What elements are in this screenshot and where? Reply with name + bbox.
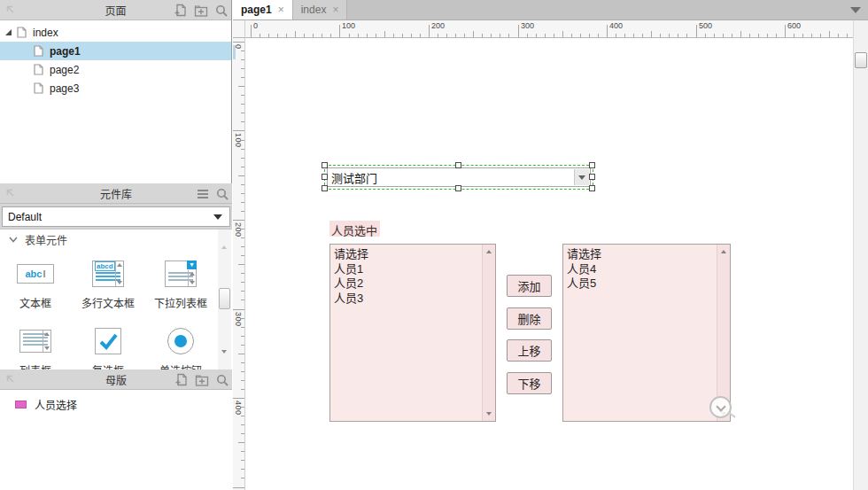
page-icon: [34, 64, 43, 75]
ruler-corner: [233, 20, 245, 38]
tab-overflow-icon[interactable]: [850, 7, 861, 13]
sidebar-item-page3[interactable]: page3: [0, 79, 231, 97]
droplist-icon: ▼: [145, 254, 216, 293]
pages-tree: indexpage1page2page3: [0, 20, 231, 183]
sidebar-item-index[interactable]: index: [0, 23, 231, 42]
list-option[interactable]: 请选择: [334, 247, 479, 262]
selection-handle[interactable]: [322, 174, 328, 180]
list-option[interactable]: 人员3: [334, 292, 479, 307]
ruler-label: 300: [234, 312, 243, 327]
checkbox-icon: [73, 322, 143, 361]
scroll-up-icon[interactable]: [221, 233, 227, 245]
search-icon[interactable]: [215, 4, 228, 17]
expand-icon[interactable]: [5, 29, 12, 35]
widget-droplist[interactable]: ▼下拉列表框: [145, 254, 216, 310]
scroll-up-icon[interactable]: [486, 250, 492, 253]
widget-panel-scrollbar[interactable]: [218, 229, 231, 369]
person-list-left[interactable]: 请选择人员1人员2人员3: [329, 244, 496, 422]
masters-list: 人员选择: [0, 395, 232, 413]
selection-handle[interactable]: [455, 162, 461, 168]
widget-checkbox[interactable]: 复选框: [73, 322, 143, 369]
scroll-down-icon[interactable]: [486, 412, 492, 416]
widget-label: 多行文本框: [73, 295, 143, 310]
widget-radio-button[interactable]: 单选按钮: [145, 322, 216, 369]
add-page-icon[interactable]: [174, 373, 188, 386]
ruler-label: 600: [787, 21, 801, 30]
list-option[interactable]: 请选择: [567, 247, 714, 262]
selection-handle[interactable]: [589, 185, 595, 191]
list-option[interactable]: 人员2: [334, 276, 479, 292]
list-items: 请选择人员1人员2人员3: [334, 247, 479, 306]
tab-label: index: [301, 4, 327, 16]
ruler-label: 100: [342, 21, 355, 30]
page-label: index: [33, 27, 58, 39]
sidebar-item-page1[interactable]: page1: [0, 42, 231, 60]
transfer-button-1[interactable]: 添加: [507, 275, 552, 297]
scroll-up-icon[interactable]: [721, 250, 726, 253]
master-label: 人员选择: [35, 397, 77, 412]
selection-box: 测试部门: [324, 165, 593, 190]
library-select[interactable]: Default: [2, 206, 230, 227]
widget-label: 复选框: [73, 362, 143, 369]
person-list-right[interactable]: 请选择人员4人员5: [562, 244, 731, 422]
widget-label: 列表框: [0, 362, 71, 369]
selection-handle[interactable]: [589, 174, 595, 180]
section-label: 表单元件: [25, 232, 67, 247]
transfer-button-2[interactable]: 删除: [507, 307, 552, 330]
search-icon[interactable]: [216, 188, 229, 200]
ruler-label: 300: [521, 21, 534, 30]
selection-handle[interactable]: [455, 185, 461, 191]
list-box-icon: [0, 322, 71, 361]
list-scrollbar[interactable]: [717, 245, 730, 421]
add-folder-icon[interactable]: [195, 374, 209, 386]
list-option[interactable]: 人员4: [567, 262, 714, 277]
search-icon[interactable]: [216, 374, 229, 386]
selection-handle[interactable]: [589, 162, 595, 168]
transfer-button-3[interactable]: 上移: [507, 339, 552, 362]
scroll-cursor-icon: [709, 396, 732, 418]
widget-text-area[interactable]: abcd多行文本框: [73, 254, 143, 310]
section-form-widgets[interactable]: 表单元件: [0, 229, 232, 249]
tab-bar: page1×index×: [233, 0, 868, 20]
ruler-label: 0: [234, 44, 243, 50]
ruler-label: 400: [609, 21, 623, 30]
widget-library-content: 表单元件 abcI文本框abcd多行文本框▼下拉列表框列表框复选框单选按钮: [0, 229, 232, 369]
master-item-人员选择[interactable]: 人员选择: [0, 395, 232, 413]
vertical-ruler: 0100200300400500: [233, 38, 245, 490]
design-canvas[interactable]: 测试部门 人员选中 请选择人员1人员2人员3 请选择人员4人员5: [245, 38, 853, 490]
close-icon[interactable]: ×: [332, 4, 338, 16]
ruler-label: 200: [234, 222, 243, 237]
tab-page1[interactable]: page1×: [233, 0, 293, 19]
transfer-button-4[interactable]: 下移: [507, 372, 552, 394]
hamburger-icon[interactable]: [197, 189, 209, 199]
canvas-vertical-scrollbar[interactable]: [853, 20, 868, 490]
widget-panel-header: 元件库: [0, 183, 232, 204]
list-option[interactable]: 人员1: [334, 262, 479, 277]
list-items: 请选择人员4人员5: [567, 247, 714, 292]
library-select-strip: Default: [0, 204, 232, 229]
scrollbar-thumb[interactable]: [219, 288, 230, 309]
scroll-down-icon[interactable]: [221, 354, 227, 366]
dropdown-arrow-button[interactable]: [574, 169, 589, 185]
ruler-label: 400: [234, 401, 243, 416]
selection-handle[interactable]: [322, 185, 328, 191]
page-icon: [34, 82, 43, 94]
person-selected-label: 人员选中: [329, 221, 380, 237]
close-icon[interactable]: ×: [278, 4, 284, 16]
list-option[interactable]: 人员5: [567, 276, 714, 292]
list-scrollbar[interactable]: [482, 245, 495, 421]
add-page-icon[interactable]: [174, 4, 187, 17]
widget-text-field[interactable]: abcI文本框: [0, 254, 71, 310]
ruler-label: 0: [253, 21, 258, 30]
selection-handle[interactable]: [322, 162, 328, 168]
ruler-label: 200: [431, 21, 445, 30]
horizontal-ruler: 0100200300400500600: [245, 20, 853, 38]
radio-button-icon: [145, 322, 216, 361]
sidebar-item-page2[interactable]: page2: [0, 60, 231, 79]
widget-list-box[interactable]: 列表框: [0, 322, 71, 369]
department-dropdown[interactable]: 测试部门: [327, 167, 591, 187]
tab-index[interactable]: index×: [293, 0, 348, 19]
scrollbar-thumb[interactable]: [855, 52, 867, 68]
add-folder-icon[interactable]: [194, 4, 208, 17]
pages-panel-header: 页面: [0, 0, 231, 20]
